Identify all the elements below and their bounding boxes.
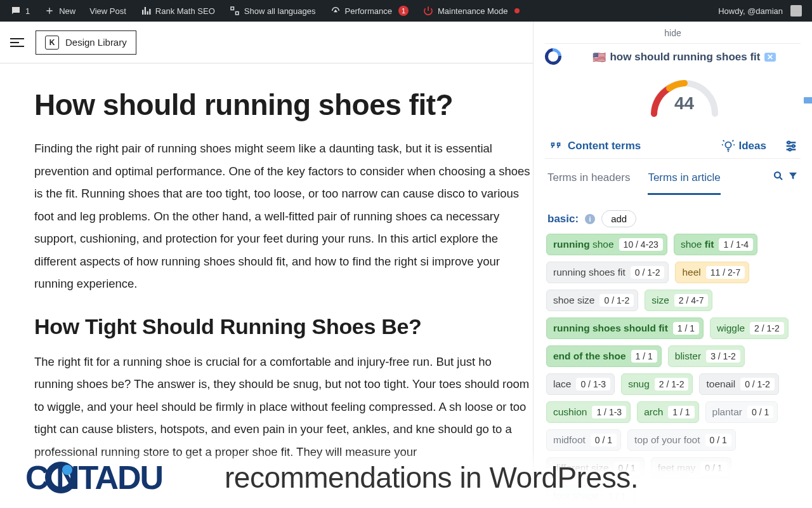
term-chip[interactable]: plantar0 / 1 [705,401,778,423]
term-chip[interactable]: heel11 / 2-7 [675,262,749,283]
admin-bar-comments[interactable]: 1 [4,0,36,22]
term-text: top of your foot [634,434,700,446]
heading-block[interactable]: How Tight Should Running Shoes Be? [34,314,533,339]
chart-icon [140,5,152,17]
contadu-logo-icon [542,45,565,69]
info-icon[interactable]: i [585,214,595,224]
sliders-icon [784,139,798,153]
lightbulb-icon [721,139,735,153]
status-dot-icon [514,8,520,13]
content-score-value: 44 [646,93,723,114]
subtab-article[interactable]: Terms in article [648,171,720,195]
term-chip[interactable]: running shoes should fit1 / 1 [546,318,704,339]
term-chip[interactable]: snug2 / 1-2 [621,373,693,395]
term-chip[interactable]: end of the shoe1 / 1 [546,345,662,367]
term-count: 1 / 1 [673,322,699,335]
term-text: lace [553,378,571,390]
term-count: 0 / 1-2 [740,378,775,391]
add-term-button[interactable]: add [601,210,636,227]
svg-point-3 [789,149,791,151]
term-chip[interactable]: running shoe10 / 4-23 [546,234,667,255]
search-icon[interactable] [773,170,784,182]
term-count: 11 / 2-7 [706,266,745,279]
editor-canvas[interactable]: How should running shoes fit? Finding th… [0,64,533,508]
tab-content-terms[interactable]: Content terms [547,134,642,158]
term-text: running shoes should fit [553,323,668,334]
term-text: running shoe [553,239,614,250]
svg-point-7 [62,465,72,475]
term-count: 0 / 1-3 [576,378,610,391]
svg-point-2 [792,145,795,147]
term-count: 0 / 1 [591,434,617,446]
term-chip[interactable]: size2 / 4-7 [645,290,712,311]
admin-bar-languages[interactable]: Show all languages [223,0,322,22]
admin-bar-account[interactable]: Howdy, @damian [712,0,808,22]
paragraph-block[interactable]: Finding the right pair of running shoes … [34,137,533,295]
term-text: shoe fit [681,239,714,250]
paragraph-block[interactable]: The right fit for a running shoe is cruc… [34,351,533,464]
tab-ideas[interactable]: Ideas [721,139,766,153]
term-text: midfoot [553,434,586,446]
term-chip[interactable]: shoe fit1 / 1-4 [674,234,757,255]
term-text: arch [644,406,663,418]
term-text: end of the shoe [553,351,626,362]
remove-keyword-button[interactable]: ✕ [764,53,776,62]
comments-count: 1 [25,6,30,16]
seo-target-keyword: 🇺🇸 how should running shoes fit ✕ [568,51,801,64]
term-count: 0 / 1-2 [599,294,634,307]
term-text: size [652,295,669,306]
hide-panel-button[interactable]: hide [545,25,801,43]
term-count: 0 / 1-2 [631,266,665,279]
term-count: 0 / 1 [747,406,773,418]
comment-icon [10,5,22,17]
seo-keyword-row: 🇺🇸 how should running shoes fit ✕ [545,43,801,65]
wp-admin-bar: 1 New View Post Rank Math SEO Show all l… [0,0,812,22]
translate-icon [229,5,240,17]
term-chip[interactable]: lace0 / 1-3 [546,373,615,395]
performance-badge: 1 [398,6,409,16]
terms-group-basic: basic: i add [547,210,798,227]
term-chip[interactable]: midfoot0 / 1 [546,429,621,451]
sidebar-toggle-button[interactable] [10,34,28,51]
content-score-gauge: 44 [646,77,723,121]
filter-icon[interactable] [788,170,798,182]
admin-bar-maintenance[interactable]: Maintenance Mode [416,0,526,22]
term-text: wiggle [717,323,745,334]
subtab-headers[interactable]: Terms in headers [547,171,630,195]
term-text: blister [675,351,701,362]
term-count: 3 / 1-2 [706,350,740,363]
term-chip[interactable]: wiggle2 / 1-2 [710,318,789,339]
svg-point-0 [725,142,731,148]
term-text: snug [628,378,650,390]
contadu-logo: C NTADU [25,458,222,497]
admin-bar-performance[interactable]: Performance 1 [324,0,415,22]
term-chip[interactable]: shoe size0 / 1-2 [546,290,638,311]
admin-bar-rank-math[interactable]: Rank Math SEO [134,0,221,22]
admin-bar-new[interactable]: New [37,0,82,22]
design-library-button[interactable]: K Design Library [36,30,136,55]
term-count: 10 / 4-23 [619,238,663,251]
term-chip[interactable]: top of your foot0 / 1 [627,429,736,451]
admin-bar-view-post[interactable]: View Post [83,0,133,22]
svg-point-4 [775,172,780,178]
gauge-icon [330,5,341,17]
term-chip[interactable]: blister3 / 1-2 [668,345,745,367]
term-count: 2 / 1-2 [655,378,689,391]
term-text: shoe size [553,295,594,306]
overlay-caption: C NTADU recommendations in WordPress. [0,451,812,508]
term-count: 0 / 1 [705,434,731,446]
term-text: toenail [706,378,735,390]
term-text: running shoes fit [553,267,625,278]
term-count: 1 / 1 [668,406,694,418]
term-chip[interactable]: running shoes fit0 / 1-2 [546,262,669,283]
term-count: 1 / 1 [631,350,657,363]
term-text: heel [682,267,700,278]
terms-subtabs: Terms in headers Terms in article [547,171,798,195]
post-title[interactable]: How should running shoes fit? [34,88,533,122]
term-count: 2 / 4-7 [674,294,709,307]
term-chip[interactable]: toenail0 / 1-2 [699,373,778,395]
term-chip[interactable]: arch1 / 1 [637,401,698,423]
seo-settings-button[interactable] [784,139,798,153]
term-text: cushion [553,406,587,418]
term-chip[interactable]: cushion1 / 1-3 [546,401,631,423]
